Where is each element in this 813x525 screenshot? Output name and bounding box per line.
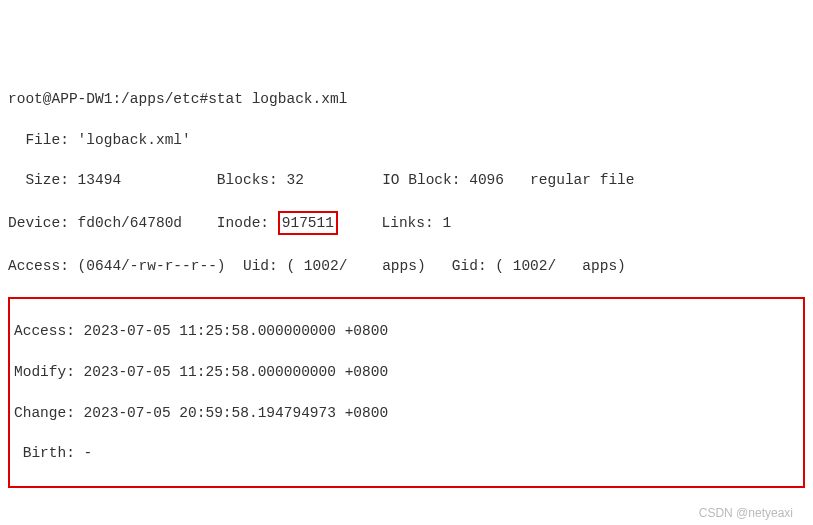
stat-change-time: Change: 2023-07-05 20:59:58.194794973 +0… xyxy=(14,403,799,423)
stat-access-time: Access: 2023-07-05 11:25:58.000000000 +0… xyxy=(14,321,799,341)
stat-birth-line: Birth: - xyxy=(14,443,799,463)
stat-access-perm-line: Access: (0644/-rw-r--r--) Uid: ( 1002/ a… xyxy=(8,256,805,276)
stat-command-line: root@APP-DW1:/apps/etc#stat logback.xml xyxy=(8,89,805,109)
stat-device-line: Device: fd0ch/64780d Inode: 917511 Links… xyxy=(8,211,805,235)
stat-device-prefix: Device: fd0ch/64780d Inode: xyxy=(8,215,278,231)
stat-size-line: Size: 13494 Blocks: 32 IO Block: 4096 re… xyxy=(8,170,805,190)
stat-timestamps-highlight: Access: 2023-07-05 11:25:58.000000000 +0… xyxy=(8,297,805,488)
watermark-text: CSDN @netyeaxi xyxy=(699,505,793,522)
stat-modify-time: Modify: 2023-07-05 11:25:58.000000000 +0… xyxy=(14,362,799,382)
stat-links-suffix: Links: 1 xyxy=(338,215,451,231)
blank-line xyxy=(8,509,805,525)
stat-file-line: File: 'logback.xml' xyxy=(8,130,805,150)
inode-number-highlight: 917511 xyxy=(278,211,338,235)
